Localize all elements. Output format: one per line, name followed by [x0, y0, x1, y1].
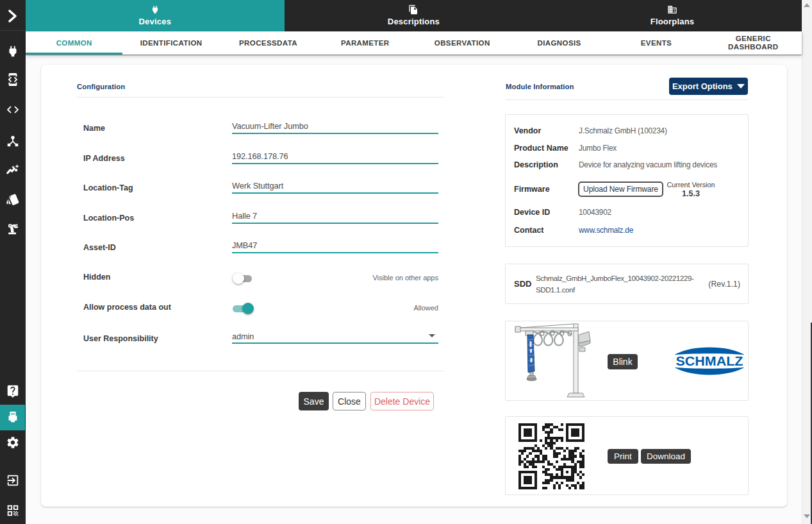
- svg-text:SCHMALZ: SCHMALZ: [676, 353, 743, 368]
